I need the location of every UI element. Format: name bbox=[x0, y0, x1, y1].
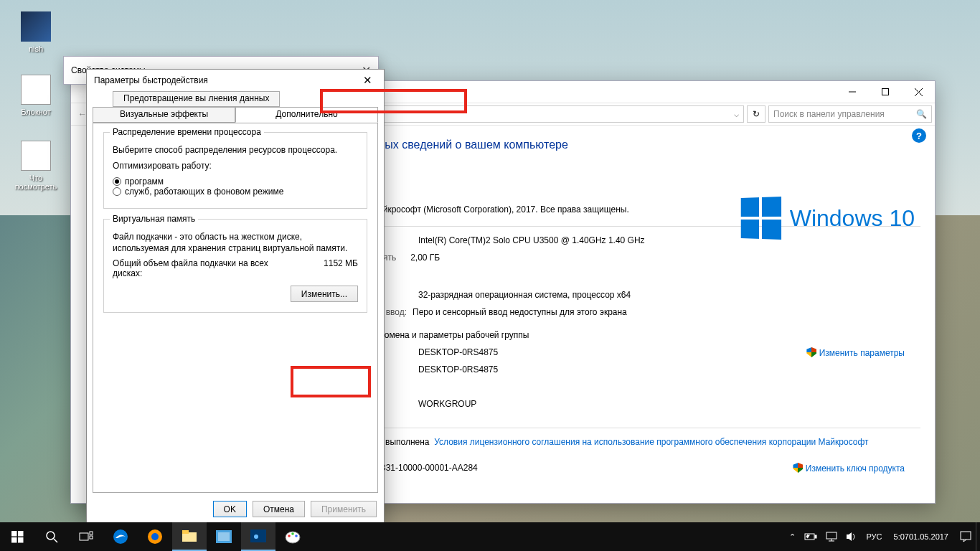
search-icon: 🔍 bbox=[916, 109, 927, 119]
tray-volume-icon[interactable] bbox=[842, 522, 862, 551]
processor-scheduling-group: Распределение времени процессора Выберит… bbox=[103, 132, 367, 209]
change-product-key-link[interactable]: Изменить ключ продукта bbox=[793, 461, 905, 475]
tray-chevron-up-icon[interactable]: ⌃ bbox=[785, 522, 800, 551]
search-icon[interactable] bbox=[34, 522, 69, 551]
ok-button[interactable]: OK bbox=[213, 501, 247, 517]
svg-rect-11 bbox=[90, 532, 93, 534]
svg-rect-1 bbox=[882, 89, 889, 95]
license-link[interactable]: Условия лицензионного соглашения на испо… bbox=[434, 435, 868, 448]
radio-programs[interactable]: программ bbox=[113, 176, 164, 187]
section-title: вных сведений о вашем компьютере bbox=[372, 138, 920, 151]
svg-rect-28 bbox=[826, 532, 837, 539]
svg-rect-19 bbox=[218, 532, 230, 541]
taskbar-app-darkblue[interactable] bbox=[241, 522, 275, 551]
change-settings-link[interactable]: Изменить параметры bbox=[806, 346, 905, 359]
close-button[interactable] bbox=[902, 81, 935, 103]
product-id: 331-10000-00001-AA284 bbox=[381, 461, 478, 474]
virtual-memory-legend: Виртуальная память bbox=[110, 214, 198, 224]
windows-logo: Windows 10 bbox=[740, 197, 915, 239]
svg-marker-31 bbox=[847, 532, 852, 541]
svg-point-25 bbox=[295, 534, 298, 537]
processor-scheduling-legend: Распределение времени процессора bbox=[110, 127, 264, 137]
change-button[interactable]: Изменить... bbox=[291, 286, 358, 302]
chevron-down-icon[interactable]: ⌵ bbox=[734, 109, 739, 119]
svg-rect-20 bbox=[250, 529, 266, 542]
maximize-button[interactable] bbox=[869, 81, 902, 103]
tray-network-icon[interactable] bbox=[821, 522, 842, 551]
svg-point-21 bbox=[254, 534, 258, 539]
tab-visual-effects[interactable]: Визуальные эффекты bbox=[93, 107, 235, 123]
svg-line-9 bbox=[54, 539, 57, 542]
ram-value: 2,00 ГБ bbox=[410, 251, 440, 264]
tray-clock[interactable]: 5:0701.05.2017 bbox=[887, 522, 956, 551]
radio-background-services[interactable]: служб, работающих в фоновом режиме bbox=[113, 187, 283, 197]
desktop-icon-watchlist[interactable]: Что посмотреть bbox=[11, 141, 60, 191]
svg-rect-5 bbox=[18, 531, 24, 537]
tab-dep[interactable]: Предотвращение вы лнения данных bbox=[113, 91, 280, 107]
pagefile-total-value: 1152 МБ bbox=[324, 258, 358, 268]
svg-rect-32 bbox=[961, 532, 971, 540]
shield-icon bbox=[793, 463, 803, 473]
dialog-title: Параметры быстродействия bbox=[94, 75, 208, 85]
svg-rect-10 bbox=[80, 533, 88, 540]
desktop-icon-notepad[interactable]: Блокнот bbox=[11, 75, 60, 116]
shield-icon bbox=[806, 347, 816, 357]
virtual-memory-group: Виртуальная память Файл подкачки - это о… bbox=[103, 219, 367, 313]
tray-language[interactable]: РУС bbox=[862, 522, 886, 551]
search-input[interactable]: Поиск в панели управления🔍 bbox=[768, 105, 932, 123]
domain-heading: я домена и параметры рабочей группы bbox=[372, 329, 529, 342]
touch-value: Перо и сенсорный ввод недоступны для это… bbox=[413, 306, 627, 319]
desktop-icon-game[interactable]: nish bbox=[11, 11, 60, 53]
taskbar-paint[interactable] bbox=[275, 522, 310, 551]
svg-rect-7 bbox=[18, 537, 24, 543]
taskbar: ⌃ РУС 5:0701.05.2017 bbox=[0, 522, 980, 551]
cancel-button[interactable]: Отмена bbox=[253, 501, 305, 517]
virtual-memory-desc: Файл подкачки - это область на жестком д… bbox=[113, 231, 358, 254]
computer-name-2: DESKTOP-0RS4875 bbox=[418, 363, 498, 376]
taskbar-edge[interactable] bbox=[103, 522, 138, 551]
show-desktop-button[interactable] bbox=[976, 522, 980, 551]
svg-point-8 bbox=[47, 532, 55, 540]
systype-value: 32-разрядная операционная система, проце… bbox=[418, 288, 631, 301]
svg-point-15 bbox=[151, 533, 159, 540]
cpu-value: Intel(R) Core(TM)2 Solo CPU U3500 @ 1.40… bbox=[418, 234, 645, 247]
tab-advanced[interactable]: Дополнительно bbox=[235, 107, 378, 123]
taskbar-firefox[interactable] bbox=[138, 522, 172, 551]
svg-rect-17 bbox=[182, 530, 189, 534]
computer-name-1: DESKTOP-0RS4875 bbox=[418, 346, 498, 359]
refresh-button[interactable]: ↻ bbox=[747, 105, 765, 123]
minimize-button[interactable] bbox=[836, 81, 869, 103]
start-button[interactable] bbox=[0, 522, 34, 551]
performance-options-dialog: Параметры быстродействия ✕ Предотвращени… bbox=[86, 69, 385, 524]
taskbar-explorer[interactable] bbox=[172, 522, 207, 551]
pagefile-total-label: Общий объем файла подкачки на всех диска… bbox=[113, 258, 285, 278]
processor-scheduling-desc: Выберите способ распределения ресурсов п… bbox=[113, 144, 358, 156]
svg-rect-6 bbox=[11, 537, 17, 543]
task-view-icon[interactable] bbox=[69, 522, 103, 551]
svg-rect-27 bbox=[815, 535, 816, 538]
tray-power-icon[interactable] bbox=[800, 522, 821, 551]
optimize-label: Оптимизировать работу: bbox=[113, 160, 358, 171]
svg-rect-12 bbox=[90, 536, 93, 539]
svg-point-23 bbox=[288, 534, 291, 537]
workgroup-value: WORKGROUP bbox=[418, 397, 476, 410]
tray-action-center-icon[interactable] bbox=[956, 522, 976, 551]
taskbar-app-blue[interactable] bbox=[207, 522, 241, 551]
copyright-text: айкрософт (Microsoft Corporation), 2017.… bbox=[378, 203, 629, 216]
dialog-close-button[interactable]: ✕ bbox=[357, 72, 378, 89]
svg-rect-4 bbox=[11, 531, 17, 537]
apply-button[interactable]: Применить bbox=[311, 501, 377, 517]
svg-point-24 bbox=[291, 532, 294, 535]
